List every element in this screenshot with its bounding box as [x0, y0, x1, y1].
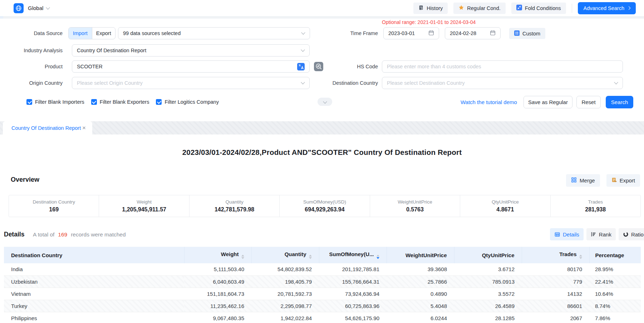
value-cell: 28.1285: [454, 312, 522, 323]
caret-up-icon: [309, 255, 312, 256]
value-cell: 10.64%: [589, 288, 641, 300]
overview-stat: Destination Country169: [9, 195, 99, 217]
save-as-regular-button[interactable]: Save as Regular: [523, 96, 572, 108]
table-row[interactable]: Uzbekistan6,040,603.49198,405.79155,766,…: [4, 275, 641, 288]
data-source-label: Data Source: [0, 27, 63, 39]
column-header-sumofmoney-u-[interactable]: SumOfMoney(U...: [319, 247, 387, 263]
column-header-quantity[interactable]: Quantity: [251, 247, 319, 263]
stat-value: 4.8671: [496, 206, 514, 213]
column-header-trades[interactable]: Trades: [522, 247, 589, 263]
export-tab[interactable]: Export: [92, 28, 115, 39]
stat-label: Trades: [588, 199, 603, 205]
column-header-weight[interactable]: Weight: [184, 247, 251, 263]
destination-country-select[interactable]: Please select Destination Country: [382, 77, 623, 89]
tab-label: Country Of Destination Report: [11, 125, 82, 131]
view-details-button[interactable]: Details: [550, 228, 584, 240]
export-button[interactable]: Export: [606, 174, 640, 187]
column-header-destination-country: Destination Country: [4, 247, 184, 263]
filter-checkbox-item[interactable]: Filter Blank Exporters: [91, 99, 149, 105]
chevron-down-icon: [301, 48, 305, 52]
checkbox-icon[interactable]: [156, 99, 162, 105]
history-label: History: [427, 5, 443, 11]
filter-checkbox-item[interactable]: Filter Blank Importers: [26, 99, 84, 105]
search-button[interactable]: Search: [606, 96, 633, 108]
sort-icon[interactable]: [309, 255, 312, 259]
tab-bar: [0, 121, 644, 134]
table-row[interactable]: Philippines9,067,480.351,942,022.8454,62…: [4, 312, 641, 323]
column-label: SumOfMoney(U...: [329, 251, 374, 257]
history-button[interactable]: History: [413, 3, 448, 14]
chevron-right-icon: [627, 6, 631, 10]
report-title: 2023/03/01-2024/02/28,Product AND"SCOOTE…: [0, 148, 644, 157]
custom-range-button[interactable]: Custom: [509, 28, 545, 39]
regular-cond-button[interactable]: Regular Cond.: [453, 3, 506, 14]
table-row[interactable]: Vietnam151,181,604.7320,781,592.7373,924…: [4, 288, 641, 300]
product-input[interactable]: [77, 64, 297, 69]
column-header-percentage: Percentage: [589, 247, 641, 263]
caret-down-icon: [579, 257, 582, 259]
overview-stat: Trades281,938: [550, 195, 640, 217]
merge-button[interactable]: Merge: [566, 174, 600, 187]
globe-icon: [14, 3, 24, 13]
sort-icon[interactable]: [579, 255, 582, 259]
checkbox-icon[interactable]: [26, 99, 32, 105]
history-icon: [418, 5, 424, 11]
fold-conditions-label: Fold Conditions: [525, 5, 561, 11]
translate-icon[interactable]: [297, 63, 305, 70]
value-cell: 779: [522, 275, 589, 288]
collapse-conditions-button[interactable]: [318, 98, 332, 106]
advanced-search-button[interactable]: Advanced Search: [578, 2, 636, 14]
data-sources-select[interactable]: 99 data sources selected: [118, 27, 310, 39]
value-cell: 151,181,604.73: [184, 288, 251, 300]
column-label: Percentage: [595, 252, 624, 258]
column-label: Trades: [559, 251, 576, 257]
import-tab[interactable]: Import: [69, 28, 92, 39]
merge-label: Merge: [580, 177, 595, 183]
value-cell: 54,626,175.90: [319, 312, 387, 323]
sort-icon[interactable]: [377, 255, 379, 259]
column-label: Quantity: [285, 251, 306, 257]
checkbox-icon[interactable]: [91, 99, 97, 105]
reset-button[interactable]: Reset: [576, 96, 601, 108]
close-icon[interactable]: [82, 125, 86, 131]
hs-code-input[interactable]: [387, 64, 618, 69]
value-cell: 26.4589: [454, 300, 522, 312]
tutorial-link[interactable]: Watch the tutorial demo: [461, 99, 517, 105]
value-cell: 7.86%: [589, 312, 641, 323]
tab-country-of-destination-report[interactable]: Country Of Destination Report: [3, 121, 92, 134]
data-sources-value: 99 data sources selected: [123, 30, 181, 36]
origin-country-placeholder: Please select Origin Country: [77, 80, 143, 86]
fold-icon: [516, 5, 522, 11]
column-label: Weight: [221, 251, 239, 257]
industry-analysis-select[interactable]: Country Of Destination Report: [72, 44, 310, 57]
calendar-icon: [428, 30, 434, 37]
caret-up-icon: [579, 255, 582, 256]
value-cell: 11,235,462.16: [184, 300, 251, 312]
custom-label: Custom: [522, 31, 540, 36]
country-cell: Vietnam: [4, 288, 184, 300]
view-ratio-button[interactable]: Ratio: [619, 228, 644, 240]
table-row[interactable]: Turkey11,235,462.162,295,098.7760,725,86…: [4, 300, 641, 312]
overview-stat: SumOfMoney(USD)694,929,263.94: [279, 195, 369, 217]
filter-checkbox-item[interactable]: Filter Logitics Company: [156, 99, 219, 105]
origin-country-select[interactable]: Please select Origin Country: [72, 77, 310, 89]
date-start-picker[interactable]: 2023-03-01: [383, 27, 439, 39]
date-end-picker[interactable]: 2024-02-28: [445, 27, 501, 39]
search-form: Optional range: 2021-01-01 to 2024-03-04…: [0, 19, 644, 121]
product-label: Product: [0, 60, 63, 73]
advanced-search-label: Advanced Search: [584, 5, 624, 11]
region-selector[interactable]: Global: [28, 5, 49, 11]
table-row[interactable]: India5,111,503.4054,802,839.52201,192,78…: [4, 263, 641, 275]
fold-conditions-button[interactable]: Fold Conditions: [511, 3, 566, 14]
view-rank-button[interactable]: Rank: [586, 228, 616, 240]
value-cell: 785.0913: [454, 275, 522, 288]
stat-value: 281,938: [585, 206, 606, 213]
view-label: Details: [563, 231, 579, 238]
chevron-down-icon: [323, 99, 327, 103]
sort-icon[interactable]: [241, 255, 244, 259]
stat-value: 1,205,945,911.57: [122, 206, 166, 213]
column-label: Destination Country: [11, 252, 62, 258]
industry-analysis-label: Industry Analysis: [0, 44, 63, 57]
table-header-row: Destination CountryWeightQuantitySumOfMo…: [4, 247, 641, 263]
value-cell: 198,405.79: [251, 275, 319, 288]
